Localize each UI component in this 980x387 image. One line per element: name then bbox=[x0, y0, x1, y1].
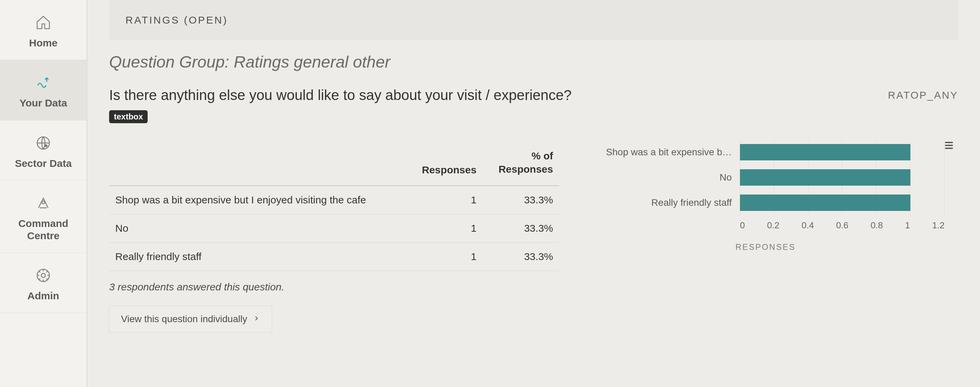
chart-bar-row: Shop was a bit expensive b… bbox=[587, 139, 945, 165]
cell-text: Really friendly staff bbox=[109, 243, 406, 271]
chart-bar-fill bbox=[740, 169, 910, 186]
table-header-row: Responses % of Responses bbox=[109, 139, 559, 186]
command-centre-icon bbox=[34, 194, 53, 213]
sidebar-item-label: Home bbox=[29, 37, 57, 49]
home-icon bbox=[34, 13, 53, 32]
chart-bar-label: Shop was a bit expensive b… bbox=[587, 147, 740, 158]
chart-menu-button[interactable] bbox=[943, 139, 955, 152]
cell-text: Shop was a bit expensive but I enjoyed v… bbox=[109, 186, 406, 214]
sidebar-item-home[interactable]: Home bbox=[0, 0, 87, 60]
chart-x-axis: 00.20.40.60.811.2 bbox=[587, 220, 945, 231]
sidebar-item-label: Sector Data bbox=[15, 157, 72, 169]
question-code: RATOP_ANY bbox=[888, 90, 958, 101]
main-content: RATINGS (OPEN) Question Group: Ratings g… bbox=[87, 0, 980, 387]
chevron-right-icon bbox=[253, 313, 260, 325]
question-group-title: Question Group: Ratings general other bbox=[109, 53, 958, 71]
view-question-button[interactable]: View this question individually bbox=[109, 306, 272, 333]
chart-tick: 0.8 bbox=[870, 220, 883, 231]
svg-point-2 bbox=[42, 201, 45, 204]
sidebar-item-your-data[interactable]: Your Data bbox=[0, 60, 87, 120]
cell-responses: 1 bbox=[406, 243, 483, 271]
plot-area: Shop was a bit expensive b…NoReally frie… bbox=[587, 139, 945, 215]
cell-pct: 33.3% bbox=[482, 186, 559, 214]
question-text: Is there anything else you would like to… bbox=[109, 87, 571, 103]
chart-bar-fill bbox=[740, 195, 910, 211]
chart-bar-track bbox=[740, 169, 945, 186]
question-type-badge: textbox bbox=[109, 110, 148, 123]
section-header-title: RATINGS (OPEN) bbox=[126, 14, 228, 26]
sidebar-item-label: Your Data bbox=[19, 97, 67, 109]
respondent-note: 3 respondents answered this question. bbox=[109, 281, 559, 293]
chart-bar-row: Really friendly staff bbox=[587, 190, 945, 215]
admin-icon bbox=[34, 266, 53, 285]
chart-x-axis-title: RESPONSES bbox=[587, 242, 945, 252]
chart-bar-track bbox=[740, 195, 945, 211]
responses-table: Responses % of Responses Shop was a bit … bbox=[109, 139, 559, 271]
sidebar-item-label: Admin bbox=[27, 290, 59, 302]
cell-text: No bbox=[109, 214, 406, 243]
cell-pct: 33.3% bbox=[482, 243, 559, 271]
chart-bar-label: Really friendly staff bbox=[587, 197, 740, 208]
chart-tick: 0.6 bbox=[836, 220, 848, 231]
svg-point-1 bbox=[45, 145, 47, 147]
sidebar-item-admin[interactable]: Admin bbox=[0, 253, 87, 313]
section-header: RATINGS (OPEN) bbox=[109, 0, 958, 40]
chart-tick: 1 bbox=[905, 220, 910, 231]
cell-pct: 33.3% bbox=[482, 214, 559, 243]
view-question-button-label: View this question individually bbox=[121, 313, 247, 325]
chart-tick: 0 bbox=[740, 220, 745, 231]
cell-responses: 1 bbox=[406, 214, 483, 243]
chart-tick: 0.2 bbox=[767, 220, 780, 231]
col-header-text bbox=[109, 139, 406, 186]
question-row: Is there anything else you would like to… bbox=[109, 87, 958, 103]
svg-point-4 bbox=[41, 273, 45, 277]
table-row: Really friendly staff 1 33.3% bbox=[109, 243, 559, 271]
sidebar: Home Your Data Sector Data Command Centr… bbox=[0, 0, 87, 387]
table-row: Shop was a bit expensive but I enjoyed v… bbox=[109, 186, 559, 214]
chart-bar-row: No bbox=[587, 165, 945, 190]
responses-chart: Shop was a bit expensive b…NoReally frie… bbox=[587, 139, 958, 252]
cell-responses: 1 bbox=[406, 186, 483, 214]
col-header-responses: Responses bbox=[406, 139, 483, 186]
sidebar-item-sector-data[interactable]: Sector Data bbox=[0, 120, 87, 181]
col-header-pct: % of Responses bbox=[482, 139, 559, 186]
table-row: No 1 33.3% bbox=[109, 214, 559, 243]
sector-data-icon bbox=[34, 133, 53, 152]
chart-tick: 0.4 bbox=[802, 220, 814, 231]
chart-bar-label: No bbox=[587, 172, 740, 183]
hbar-chart: Shop was a bit expensive b…NoReally frie… bbox=[587, 139, 945, 252]
chart-tick: 1.2 bbox=[932, 220, 945, 231]
responses-table-wrap: Responses % of Responses Shop was a bit … bbox=[109, 139, 559, 333]
sidebar-item-label: Command Centre bbox=[3, 217, 83, 241]
chart-bar-fill bbox=[740, 144, 910, 160]
chart-bar-track bbox=[740, 144, 945, 160]
sidebar-item-command-centre[interactable]: Command Centre bbox=[0, 181, 87, 253]
your-data-icon bbox=[34, 73, 53, 92]
